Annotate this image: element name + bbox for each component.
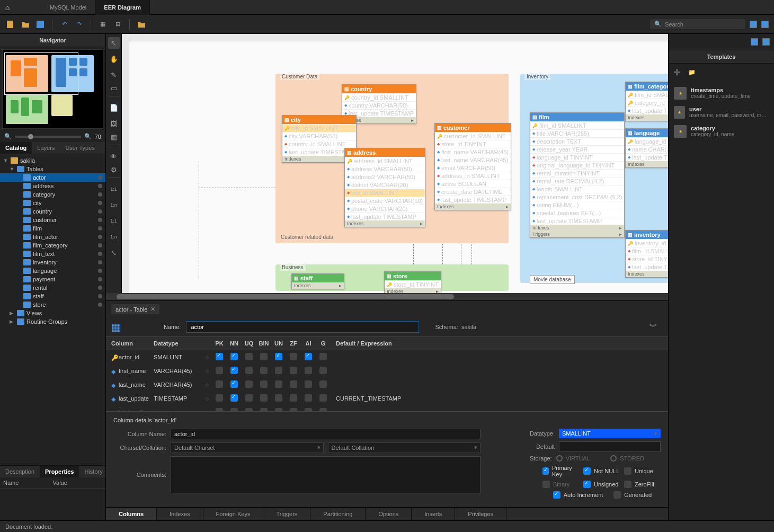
tab-inserts[interactable]: Inserts — [412, 508, 455, 520]
column-row[interactable]: ◆first_name VARCHAR(45)◇ — [106, 364, 668, 378]
layout-toggle-right[interactable] — [761, 21, 769, 28]
comments-input[interactable] — [171, 456, 481, 493]
add-template-icon[interactable]: ➕ — [672, 67, 682, 77]
ai-checkbox[interactable] — [305, 394, 312, 402]
pk-checkbox[interactable] — [216, 380, 223, 388]
tab-layers[interactable]: Layers — [32, 142, 60, 154]
image-tool[interactable]: 🖼 — [108, 118, 120, 129]
tab-columns[interactable]: Columns — [106, 508, 157, 520]
tab-history[interactable]: History — [79, 466, 108, 477]
folder-template-icon[interactable]: 📁 — [687, 67, 697, 77]
nn-checkbox[interactable] — [230, 353, 238, 360]
routine-tool[interactable]: ⚙ — [108, 166, 120, 178]
rel-1-1-b-tool[interactable]: 1:1 — [108, 215, 120, 227]
panel-toggle-1[interactable] — [751, 38, 758, 46]
diagram-table-inventory[interactable]: inventoryinventory_id MEDIUMINTfilm_id S… — [625, 230, 668, 278]
g-checkbox[interactable] — [319, 367, 327, 374]
diagram-table-customer[interactable]: customercustomer_id SMALLINTstore_id TIN… — [434, 123, 511, 210]
grid-icon[interactable]: ▦ — [97, 19, 108, 30]
datatype-select[interactable]: SMALLINT — [559, 429, 661, 438]
uq-checkbox[interactable] — [245, 394, 253, 402]
nn-check[interactable] — [583, 467, 591, 475]
align-icon[interactable]: ⊞ — [112, 19, 123, 30]
eraser-tool[interactable]: ✎ — [108, 69, 120, 81]
nn-checkbox[interactable] — [230, 394, 238, 402]
search-input[interactable]: 🔍 Search — [650, 19, 745, 29]
rel-nm-tool[interactable]: ⤡ — [108, 247, 120, 259]
table-store[interactable]: store — [0, 300, 105, 309]
table-city[interactable]: city — [0, 199, 105, 207]
undo-icon[interactable]: ↶ — [59, 19, 69, 30]
hand-tool[interactable]: ✋ — [108, 53, 120, 65]
stored-radio[interactable] — [610, 455, 617, 462]
layer-tool[interactable]: ▭ — [108, 85, 120, 96]
home-icon[interactable]: ⌂ — [0, 3, 15, 12]
tab-description[interactable]: Description — [0, 466, 40, 477]
table-rental[interactable]: rental — [0, 283, 105, 292]
tab-triggers[interactable]: Triggers — [263, 508, 310, 520]
template-user[interactable]: ★userusername, email, password, cre... — [672, 103, 771, 122]
tables-node[interactable]: ▼Tables — [0, 165, 105, 173]
table-staff[interactable]: staff — [0, 292, 105, 300]
tab-properties[interactable]: Properties — [40, 466, 79, 477]
tab-indexes[interactable]: Indexes — [157, 508, 203, 520]
bin-check[interactable] — [542, 481, 550, 488]
tab-catalog[interactable]: Catalog — [0, 142, 32, 154]
table-category[interactable]: category — [0, 190, 105, 199]
table-language[interactable]: language — [0, 267, 105, 275]
pk-checkbox[interactable] — [216, 353, 223, 360]
tab-partitioning[interactable]: Partitioning — [310, 508, 366, 520]
redo-icon[interactable]: ↷ — [74, 19, 84, 30]
uq-checkbox[interactable] — [245, 353, 253, 360]
pk-checkbox[interactable] — [216, 394, 223, 402]
diagram-table-film_category[interactable]: film_categoryfilm_id SMALLINTcategory_id… — [625, 82, 668, 121]
zf-check[interactable] — [624, 481, 631, 488]
bin-checkbox[interactable] — [260, 394, 268, 402]
column-row[interactable]: ◆last_name VARCHAR(45)◇ — [106, 378, 668, 392]
un-checkbox[interactable] — [275, 394, 282, 402]
ai-checkbox[interactable] — [305, 353, 312, 360]
select-tool[interactable]: ↖ — [108, 37, 120, 49]
navigator-thumbnail[interactable] — [2, 49, 103, 129]
un-checkbox[interactable] — [275, 353, 282, 360]
g-checkbox[interactable] — [319, 394, 327, 402]
routine-groups-node[interactable]: ▶Routine Groups — [0, 317, 105, 326]
diagram-table-address[interactable]: addressaddress_id SMALLINTaddress VARCHA… — [344, 148, 425, 227]
table-address[interactable]: address — [0, 182, 105, 190]
zoom-out-icon[interactable]: 🔍 — [4, 133, 12, 140]
tab-options[interactable]: Options — [366, 508, 412, 520]
layout-toggle-left[interactable] — [750, 21, 757, 28]
zoom-slider[interactable] — [15, 136, 81, 138]
column-row[interactable]: 🔑actor_id SMALLINT◇ — [106, 350, 668, 364]
table-inventory[interactable]: inventory — [0, 258, 105, 267]
diagram-table-staff[interactable]: staffIndexes — [291, 273, 344, 289]
un-checkbox[interactable] — [275, 367, 282, 374]
virtual-radio[interactable] — [556, 455, 563, 462]
table-payment[interactable]: payment — [0, 275, 105, 283]
diagram-table-film[interactable]: filmfilm_id SMALLINTtitle VARCHAR(255)de… — [530, 112, 625, 238]
collation-select[interactable]: Default Collation — [328, 442, 481, 453]
tab-privileges[interactable]: Privileges — [455, 508, 506, 520]
zf-checkbox[interactable] — [290, 380, 297, 388]
collapse-icon[interactable]: ︾ — [649, 322, 657, 333]
diagram-table-language[interactable]: languagelanguage_id TINYINTname CHAR(20)… — [625, 128, 668, 168]
table-film_category[interactable]: film_category — [0, 241, 105, 250]
canvas-scrollbar[interactable] — [106, 293, 668, 300]
editor-tab[interactable]: actor - Table ✕ — [111, 304, 159, 314]
uq-checkbox[interactable] — [245, 380, 253, 388]
table-film_actor[interactable]: film_actor — [0, 233, 105, 241]
tab-user-types[interactable]: User Types — [60, 142, 100, 154]
bin-checkbox[interactable] — [260, 367, 268, 374]
uq-checkbox[interactable] — [245, 367, 253, 374]
ai-checkbox[interactable] — [305, 380, 312, 388]
note-tool[interactable]: 📄 — [108, 102, 120, 113]
bin-checkbox[interactable] — [260, 353, 268, 360]
table-customer[interactable]: customer — [0, 216, 105, 224]
diagram-table-store[interactable]: storestore_id TINYINTIndexes — [384, 271, 441, 293]
rel-1-1-tool[interactable]: 1:1 — [108, 183, 120, 195]
bin-checkbox[interactable] — [260, 380, 268, 388]
zf-checkbox[interactable] — [290, 394, 297, 402]
tab-eer-diagram[interactable]: EER Diagram — [95, 0, 150, 15]
template-timestamps[interactable]: ★timestampscreate_time, update_time — [672, 84, 771, 103]
nn-checkbox[interactable] — [230, 367, 238, 374]
